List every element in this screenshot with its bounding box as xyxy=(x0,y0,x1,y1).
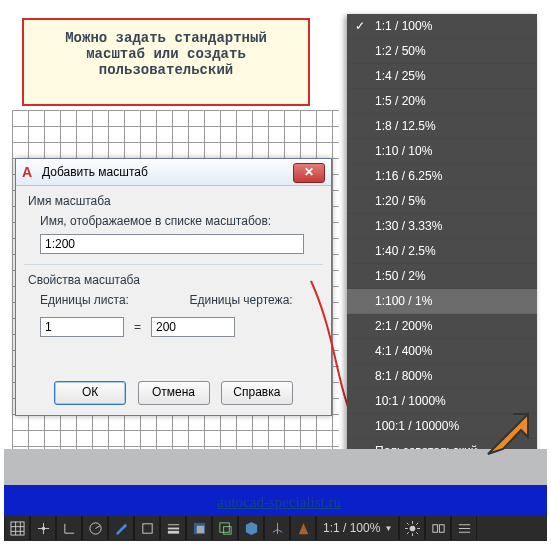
isodraft-icon[interactable] xyxy=(108,516,134,540)
scale-option[interactable]: 1:16 / 6.25% xyxy=(347,164,537,189)
scale-value: 1:1 / 100% xyxy=(323,521,380,535)
scale-option[interactable]: 1:1 / 100% xyxy=(347,14,537,39)
polar-icon[interactable] xyxy=(82,516,108,540)
svg-rect-5 xyxy=(196,525,204,533)
osnap-icon[interactable] xyxy=(134,516,160,540)
label-paper-units: Единицы листа: xyxy=(40,293,170,307)
svg-rect-6 xyxy=(219,522,228,531)
selection-icon[interactable] xyxy=(212,516,238,540)
add-scale-dialog: A Добавить масштаб ✕ Имя масштаба Имя, о… xyxy=(15,158,332,416)
scale-dropdown[interactable]: 1:1 / 100%▼ xyxy=(316,516,399,540)
grid-icon[interactable] xyxy=(4,516,30,540)
scale-option[interactable]: 1:20 / 5% xyxy=(347,189,537,214)
app-icon: A xyxy=(22,164,38,180)
svg-rect-7 xyxy=(223,526,231,534)
scale-name-input[interactable] xyxy=(40,234,304,254)
annotation-note: Можно задать стандартный масштаб или соз… xyxy=(22,18,310,106)
watermark: autocad-specialist.ru xyxy=(217,494,341,511)
ortho-icon[interactable] xyxy=(56,516,82,540)
transparency-icon[interactable] xyxy=(186,516,212,540)
logo-arrow-icon xyxy=(483,409,533,459)
svg-rect-3 xyxy=(142,523,151,532)
svg-point-8 xyxy=(409,525,415,531)
cancel-button[interactable]: Отмена xyxy=(138,381,210,405)
label-drawing-units: Единицы чертежа: xyxy=(190,293,320,307)
svg-rect-9 xyxy=(433,524,438,532)
titlebar[interactable]: A Добавить масштаб ✕ xyxy=(16,159,331,186)
isolate-icon[interactable] xyxy=(425,516,451,540)
scale-option[interactable]: 4:1 / 400% xyxy=(347,339,537,364)
layout-band xyxy=(4,449,547,485)
dialog-title: Добавить масштаб xyxy=(42,165,148,179)
scale-option[interactable]: 1:40 / 2.5% xyxy=(347,239,537,264)
svg-rect-10 xyxy=(439,524,444,532)
close-button[interactable]: ✕ xyxy=(293,163,325,183)
paper-units-input[interactable] xyxy=(40,317,124,337)
scale-option[interactable]: 1:2 / 50% xyxy=(347,39,537,64)
group-scale-name: Имя масштаба xyxy=(28,194,319,208)
snap-icon[interactable] xyxy=(30,516,56,540)
ok-button[interactable]: ОК xyxy=(54,381,126,405)
scale-option[interactable]: 1:100 / 1% xyxy=(347,289,537,314)
svg-point-1 xyxy=(42,527,45,530)
help-button[interactable]: Справка xyxy=(221,381,293,405)
osnap3d-icon[interactable] xyxy=(238,516,264,540)
gear-icon[interactable] xyxy=(399,516,425,540)
scale-option[interactable]: 1:4 / 25% xyxy=(347,64,537,89)
lineweight-icon[interactable] xyxy=(160,516,186,540)
scale-option[interactable]: 1:5 / 20% xyxy=(347,89,537,114)
annotation-icon[interactable] xyxy=(290,516,316,540)
scale-option[interactable]: 1:30 / 3.33% xyxy=(347,214,537,239)
scale-option[interactable]: 1:50 / 2% xyxy=(347,264,537,289)
scale-option[interactable]: 1:8 / 12.5% xyxy=(347,114,537,139)
scale-option[interactable]: 8:1 / 800% xyxy=(347,364,537,389)
svg-rect-0 xyxy=(10,521,23,534)
dynamic-ucs-icon[interactable] xyxy=(264,516,290,540)
group-scale-props: Свойства масштаба xyxy=(28,273,319,287)
status-bar: 1:1 / 100%▼ xyxy=(4,515,547,541)
equals-sign: = xyxy=(134,320,141,334)
chevron-down-icon: ▼ xyxy=(384,524,392,533)
scale-option[interactable]: 1:10 / 10% xyxy=(347,139,537,164)
drawing-units-input[interactable] xyxy=(151,317,235,337)
note-text: Можно задать стандартный масштаб или соз… xyxy=(65,30,267,78)
label-display-name: Имя, отображаемое в списке масштабов: xyxy=(40,214,319,228)
customize-icon[interactable] xyxy=(451,516,477,540)
scale-option[interactable]: 2:1 / 200% xyxy=(347,314,537,339)
